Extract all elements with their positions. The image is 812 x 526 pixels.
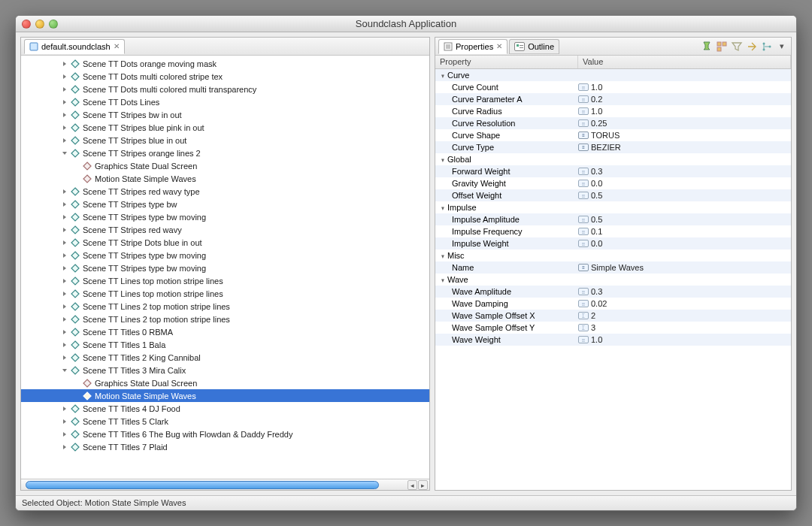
expand-arrow-icon[interactable] [60,213,69,222]
collapse-arrow-icon[interactable] [440,203,447,212]
property-value[interactable]: 0.5 [591,215,602,224]
tab-properties[interactable]: Properties ✕ [438,39,508,54]
tree-row[interactable]: Scene TT Dots multi colored stripe tex [21,70,429,83]
expand-arrow-icon[interactable] [60,353,69,362]
property-value[interactable]: Simple Waves [591,263,644,272]
property-value[interactable]: 0.5 [591,191,602,200]
property-row[interactable]: Gravity Weight⁝⁝0.0 [435,177,791,189]
collapse-arrow-icon[interactable] [440,71,447,80]
tree-row[interactable]: Scene TT Stripes type bw moving [21,249,429,261]
tab-outline[interactable]: Outline [509,39,559,54]
tree-row[interactable]: Graphics State Dual Screen [21,376,429,389]
scene-tree[interactable]: Scene TT Dots orange moving maskScene TT… [21,56,429,479]
property-value[interactable]: 1.0 [591,335,602,344]
tree-row[interactable]: Scene TT Titles 7 Plaid [21,440,429,453]
tree-hscroll-thumb[interactable] [26,481,379,489]
pin-icon[interactable] [701,41,713,53]
tree-row[interactable]: Scene TT Titles 2 King Cannibal [21,351,429,364]
property-row[interactable]: Curve Shape≡TORUS [435,129,791,141]
tree-row[interactable]: Scene TT Stripe Dots blue in out [21,236,429,249]
tree-row[interactable]: Scene TT Titles 0 RBMA [21,325,429,338]
expand-arrow-icon[interactable] [60,123,69,132]
property-value[interactable]: 0.0 [591,239,602,248]
property-row[interactable]: Wave Amplitude⁝⁝0.3 [435,286,791,298]
expand-arrow-icon[interactable] [60,149,69,158]
expand-arrow-icon[interactable] [60,264,69,273]
property-value[interactable]: TORUS [591,131,620,140]
close-tab-icon[interactable]: ✕ [114,42,120,50]
property-row[interactable]: Curve Count⁝⁝1.0 [435,81,791,93]
tree-row[interactable]: Scene TT Stripes red wavy [21,223,429,236]
property-row[interactable]: Curve Radius⁝⁝1.0 [435,105,791,117]
property-value[interactable]: 1.0 [591,83,602,92]
collapse-arrow-icon[interactable] [440,251,447,260]
property-row[interactable]: Wave Sample Offset X⌶2 [435,310,791,322]
tree-row[interactable]: Graphics State Dual Screen [21,159,429,172]
property-value[interactable]: 0.0 [591,179,602,188]
tree-row[interactable]: Scene TT Lines top motion stripe lines [21,287,429,300]
property-group[interactable]: Impulse [435,201,791,213]
tree-row[interactable]: Scene TT Stripes bw in out [21,108,429,121]
property-value[interactable]: 1.0 [591,107,602,116]
property-row[interactable]: Offset Weight⁝⁝0.5 [435,189,791,201]
property-row[interactable]: Curve Type≡BEZIER [435,141,791,153]
property-value[interactable]: 2 [591,311,595,320]
property-row[interactable]: Impulse Weight⁝⁝0.0 [435,237,791,249]
tree-row[interactable]: Motion State Simple Waves [21,172,429,185]
property-row[interactable]: Impulse Amplitude⁝⁝0.5 [435,213,791,225]
expand-arrow-icon[interactable] [60,98,69,107]
expand-arrow-icon[interactable] [60,302,69,311]
tree-row[interactable]: Scene TT Titles 4 DJ Food [21,402,429,415]
expand-arrow-icon[interactable] [60,417,69,426]
header-value[interactable]: Value [578,56,791,68]
properties-table[interactable]: CurveCurve Count⁝⁝1.0Curve Parameter A⁝⁝… [435,69,791,490]
tree-row[interactable]: Scene TT Lines 2 top motion stripe lines [21,300,429,313]
property-group[interactable]: Curve [435,69,791,81]
tree-hscrollbar[interactable]: ◂ ▸ [21,479,429,490]
expand-arrow-icon[interactable] [60,430,69,439]
tree-row[interactable]: Scene TT Stripes blue in out [21,134,429,147]
tree-row[interactable]: Scene TT Stripes red wavy type [21,185,429,198]
hscroll-right-icon[interactable]: ▸ [418,480,428,490]
close-button[interactable] [22,20,31,29]
expand-arrow-icon[interactable] [60,110,69,119]
property-value[interactable]: BEZIER [591,143,621,152]
property-group[interactable]: Wave [435,274,791,286]
tree-row[interactable]: Scene TT Lines top motion stripe lines [21,274,429,287]
tree-row[interactable]: Scene TT Titles 6 The Bug with Flowdan &… [21,428,429,440]
editor-tab-default[interactable]: default.soundclash ✕ [24,39,125,54]
property-row[interactable]: Name≡Simple Waves [435,261,791,274]
property-row[interactable]: Impulse Frequency⁝⁝0.1 [435,225,791,237]
expand-arrow-icon[interactable] [60,238,69,247]
tree-row[interactable]: Scene TT Titles 3 Mira Calix [21,364,429,376]
expand-arrow-icon[interactable] [60,59,69,68]
property-row[interactable]: Forward Weight⁝⁝0.3 [435,165,791,177]
tree-row[interactable]: Scene TT Titles 5 Clark [21,415,429,428]
tree-row[interactable]: Scene TT Dots Lines [21,95,429,108]
tree-row[interactable]: Scene TT Lines 2 top motion stripe lines [21,313,429,325]
expand-arrow-icon[interactable] [60,366,69,375]
tree-row[interactable]: Scene TT Dots multi colored multi transp… [21,83,429,95]
expand-arrow-icon[interactable] [60,200,69,209]
zoom-button[interactable] [49,20,58,29]
tree-row[interactable]: Scene TT Dots orange moving mask [21,57,429,70]
property-row[interactable]: Curve Parameter A⁝⁝0.2 [435,93,791,105]
tree-row[interactable]: Scene TT Stripes blue pink in out [21,121,429,134]
property-row[interactable]: Wave Damping⁝⁝0.02 [435,298,791,310]
tree-mode-icon[interactable] [761,41,773,53]
property-value[interactable]: 0.1 [591,227,602,236]
property-group[interactable]: Global [435,153,791,165]
minimize-button[interactable] [35,20,44,29]
expand-arrow-icon[interactable] [60,315,69,324]
property-value[interactable]: 0.25 [591,119,607,128]
property-value[interactable]: 0.3 [591,167,602,176]
property-value[interactable]: 3 [591,323,595,332]
view-menu-icon[interactable]: ▾ [776,41,788,53]
tree-row[interactable]: Scene TT Stripes orange lines 2 [21,147,429,159]
expand-arrow-icon[interactable] [60,277,69,286]
property-value[interactable]: 0.2 [591,95,602,104]
expand-arrow-icon[interactable] [60,136,69,145]
expand-arrow-icon[interactable] [60,251,69,260]
tree-row[interactable]: Scene TT Titles 1 Bala [21,338,429,351]
filter-icon[interactable] [731,41,743,53]
